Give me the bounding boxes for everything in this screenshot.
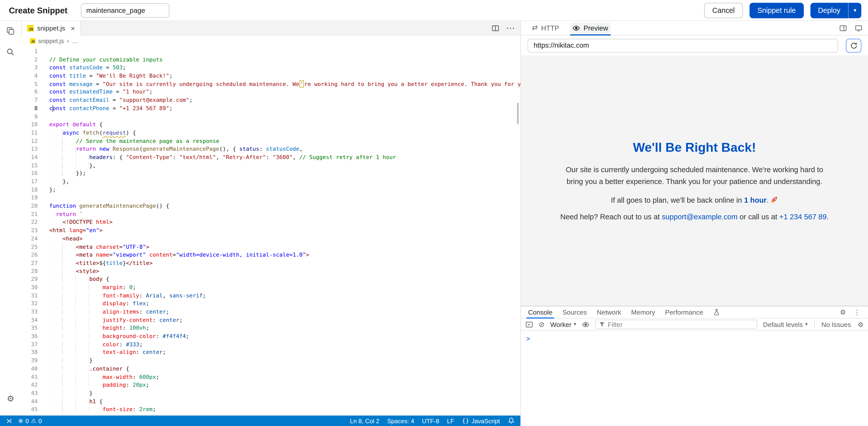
panel-layout-icon[interactable]: [839, 24, 847, 32]
cancel-button[interactable]: Cancel: [704, 2, 743, 18]
experiments-flask-icon[interactable]: [708, 306, 725, 318]
snippet-name-input[interactable]: [81, 3, 169, 18]
editor-more-icon[interactable]: ⋯: [506, 24, 515, 32]
code-line[interactable]: 5const message = "Our site is currently …: [21, 80, 520, 88]
code-line[interactable]: 29 body {: [21, 276, 520, 284]
code-line[interactable]: 24 <head>: [21, 235, 520, 243]
line-number[interactable]: 5: [21, 80, 38, 88]
line-number[interactable]: 10: [21, 121, 38, 129]
code-line[interactable]: 22 <!DOCTYPE html>: [21, 219, 520, 227]
clear-console-icon[interactable]: ⊘: [538, 321, 545, 328]
line-number[interactable]: 21: [21, 210, 38, 219]
code-line[interactable]: 10export default {: [21, 121, 520, 129]
editor-scrollbar[interactable]: [517, 103, 519, 124]
cursor-position-indicator[interactable]: Ln 8, Col 2: [350, 418, 379, 424]
contact-email-link[interactable]: support@example.com: [662, 213, 738, 221]
code-line[interactable]: 14 headers: { "Content-Type": "text/html…: [21, 153, 520, 162]
code-line[interactable]: 39 }: [21, 357, 520, 365]
devtools-kebab-menu-icon[interactable]: ⋮: [854, 309, 860, 315]
encoding-indicator[interactable]: UTF-8: [422, 418, 439, 424]
code-line[interactable]: 20function generateMaintenancePage() {: [21, 202, 520, 210]
line-number[interactable]: 34: [21, 316, 38, 324]
line-number[interactable]: 17: [21, 178, 38, 186]
code-line[interactable]: 26 <meta name="viewport" content="width=…: [21, 251, 520, 259]
line-number[interactable]: 27: [21, 259, 38, 267]
line-number[interactable]: 36: [21, 333, 38, 341]
tab-preview[interactable]: Preview: [567, 21, 614, 35]
code-line[interactable]: 36 background-color: #f4f4f4;: [21, 333, 520, 341]
code-editor[interactable]: 12// Define your customizable inputs3con…: [21, 47, 520, 416]
devtools-tab-console[interactable]: Console: [523, 306, 557, 318]
issues-counter[interactable]: No Issues: [822, 320, 851, 328]
line-number[interactable]: 37: [21, 341, 38, 349]
code-line[interactable]: 1: [21, 48, 520, 56]
notifications-bell-icon[interactable]: [507, 417, 515, 425]
devtools-tab-sources[interactable]: Sources: [557, 306, 592, 318]
code-line[interactable]: 2// Define your customizable inputs: [21, 56, 520, 64]
line-number[interactable]: 32: [21, 300, 38, 308]
code-line[interactable]: 34 justify-content: center;: [21, 316, 520, 324]
code-line[interactable]: 42 padding: 20px;: [21, 381, 520, 389]
line-number[interactable]: 23: [21, 227, 38, 235]
code-line[interactable]: 38 text-align: center;: [21, 349, 520, 357]
refresh-button[interactable]: [846, 38, 862, 52]
code-line[interactable]: 17 },: [21, 178, 520, 186]
breadcrumb-file[interactable]: snippet.js: [38, 37, 64, 44]
line-number[interactable]: 40: [21, 365, 38, 373]
line-number[interactable]: 41: [21, 373, 38, 381]
line-number[interactable]: 2: [21, 56, 38, 64]
code-line[interactable]: 27 <title>${title}</title>: [21, 259, 520, 267]
line-number[interactable]: 28: [21, 267, 38, 276]
code-line[interactable]: 35 height: 100vh;: [21, 324, 520, 332]
devtools-tab-network[interactable]: Network: [592, 306, 626, 318]
code-line[interactable]: 8const contactPhone = "+1 234 567 89";: [21, 105, 520, 113]
devtools-tab-performance[interactable]: Performance: [660, 306, 708, 318]
line-number[interactable]: 25: [21, 243, 38, 251]
console-filter-input[interactable]: Filter: [595, 320, 757, 329]
deploy-dropdown-button[interactable]: ▾: [848, 2, 862, 18]
code-line[interactable]: 43 }: [21, 390, 520, 398]
code-line[interactable]: 46 color: #0051c3;: [21, 414, 520, 416]
breadcrumb-more[interactable]: …: [72, 37, 78, 44]
indentation-indicator[interactable]: Spaces: 4: [387, 418, 414, 424]
code-line[interactable]: 40 .container {: [21, 365, 520, 373]
remote-indicator-icon[interactable]: [5, 418, 13, 424]
editor-tab-snippet-js[interactable]: JS snippet.js ×: [21, 21, 81, 35]
line-number[interactable]: 38: [21, 349, 38, 357]
code-line[interactable]: 32 display: flex;: [21, 300, 520, 308]
code-line[interactable]: 16 });: [21, 170, 520, 178]
line-number[interactable]: 6: [21, 88, 38, 96]
code-line[interactable]: 44 h1 {: [21, 398, 520, 405]
line-number[interactable]: 11: [21, 129, 38, 137]
code-line[interactable]: 45 font-size: 2rem;: [21, 405, 520, 414]
code-line[interactable]: 4const title = "We'll Be Right Back!";: [21, 72, 520, 80]
execution-context-selector[interactable]: Worker ▾: [550, 320, 576, 328]
line-number[interactable]: 13: [21, 145, 38, 153]
settings-gear-icon[interactable]: ⚙: [7, 395, 14, 403]
line-number[interactable]: 24: [21, 235, 38, 243]
code-line[interactable]: 23<html lang="en">: [21, 227, 520, 235]
tab-http[interactable]: ⇄ HTTP: [526, 21, 565, 35]
problems-indicator[interactable]: ⊗ 0 ⚠ 0: [19, 418, 42, 424]
line-number[interactable]: 26: [21, 251, 38, 259]
line-number[interactable]: 31: [21, 292, 38, 300]
code-line[interactable]: 11 async fetch(request) {: [21, 129, 520, 137]
line-number[interactable]: 18: [21, 186, 38, 194]
line-number[interactable]: 15: [21, 162, 38, 170]
code-line[interactable]: 15 },: [21, 162, 520, 170]
code-line[interactable]: 33 align-items: center;: [21, 308, 520, 316]
code-line[interactable]: 3const statusCode = 503;: [21, 64, 520, 72]
line-number[interactable]: 33: [21, 308, 38, 316]
eol-indicator[interactable]: LF: [447, 418, 454, 424]
search-icon[interactable]: [6, 48, 15, 56]
line-number[interactable]: 42: [21, 381, 38, 389]
split-editor-icon[interactable]: [492, 24, 499, 32]
console-settings-gear-icon[interactable]: ⚙: [858, 321, 864, 328]
console-sidebar-toggle-icon[interactable]: [525, 320, 533, 328]
code-line[interactable]: 13 return new Response(generateMaintenan…: [21, 145, 520, 153]
code-line[interactable]: 37 color: #333;: [21, 341, 520, 349]
code-line[interactable]: 7const contactEmail = "support@example.c…: [21, 96, 520, 105]
line-number[interactable]: 46: [21, 414, 38, 416]
devtools-tab-memory[interactable]: Memory: [626, 306, 660, 318]
language-indicator[interactable]: {} JavaScript: [462, 418, 500, 424]
